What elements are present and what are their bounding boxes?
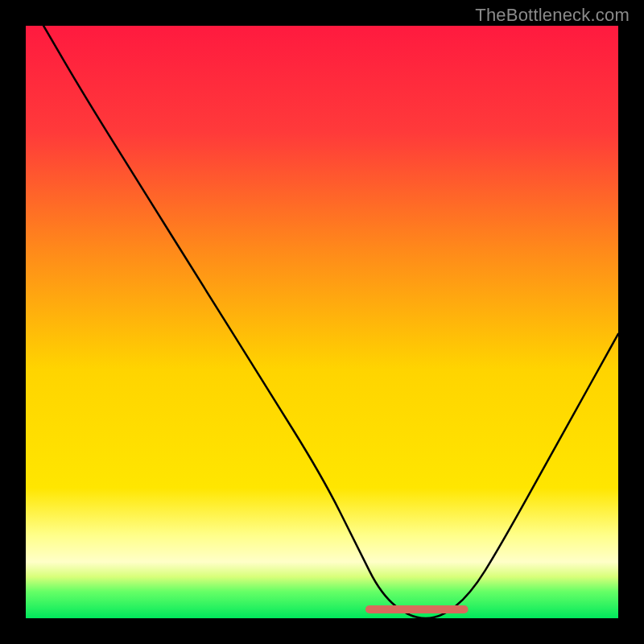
plot-area: [26, 26, 618, 618]
bottleneck-curve-svg: [26, 26, 618, 618]
bottleneck-curve: [43, 26, 618, 618]
chart-frame: TheBottleneck.com: [0, 0, 644, 644]
watermark-text: TheBottleneck.com: [475, 5, 630, 26]
